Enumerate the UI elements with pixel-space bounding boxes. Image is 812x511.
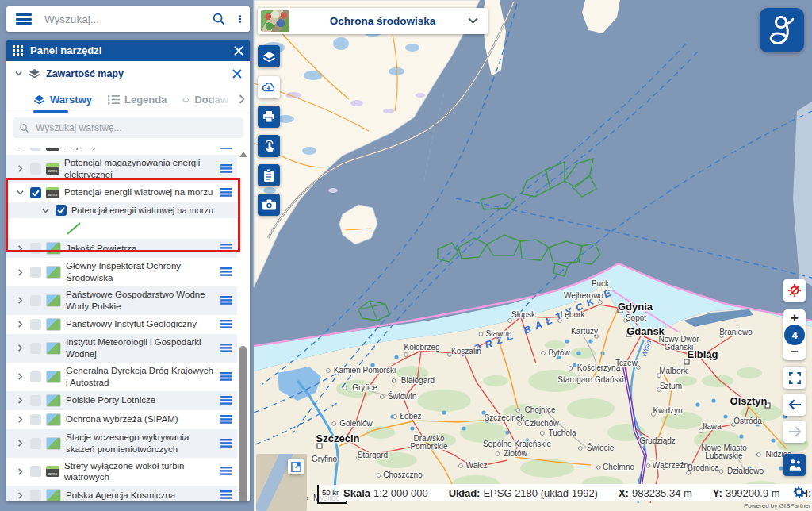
overview-map[interactable] <box>256 454 307 511</box>
city-label: Stargard <box>358 451 388 459</box>
tab-legenda[interactable]: Legenda <box>102 86 173 113</box>
chevron-down-icon[interactable] <box>40 207 51 214</box>
layer-row[interactable]: Państwowy Instytut Geologiczny <box>6 315 237 334</box>
layer-row[interactable]: Główny Inspektorat Ochrony Środowiska <box>6 258 237 286</box>
layer-checkbox[interactable] <box>30 243 41 254</box>
next-view-button[interactable] <box>783 421 806 443</box>
zoom-out-button[interactable]: − <box>783 344 806 360</box>
layer-row[interactable]: wms Strefy wyłączone wokół turbin wiatro… <box>6 458 237 486</box>
scrollbar-thumb[interactable] <box>239 346 247 501</box>
layer-search-input[interactable] <box>34 121 237 134</box>
drag-handle-icon[interactable] <box>220 436 234 451</box>
expand-overview-button[interactable] <box>288 459 304 474</box>
gispartner-link[interactable]: GISPartner <box>779 502 810 509</box>
layer-checkbox[interactable] <box>30 414 41 425</box>
drag-handle-icon[interactable] <box>220 488 234 501</box>
chevron-right-icon[interactable] <box>14 440 25 447</box>
drag-handle-icon[interactable] <box>220 394 234 408</box>
scroll-up-icon[interactable] <box>239 152 247 157</box>
drag-handle-icon[interactable] <box>220 341 234 355</box>
layer-checkbox[interactable] <box>30 343 41 354</box>
chevron-right-icon[interactable] <box>14 344 25 352</box>
drag-handle-icon[interactable] <box>220 370 234 384</box>
layer-row[interactable]: Instytut Meteorologii i Gospodarki Wodne… <box>6 334 237 363</box>
layer-checkbox[interactable] <box>30 267 41 278</box>
layer-row[interactable]: wms Potencjał magazynowania energii elek… <box>6 155 237 183</box>
layer-row[interactable]: Ochrona wybrzeża (SIPAM) <box>6 410 237 429</box>
layer-checkbox[interactable] <box>30 466 41 477</box>
settings-gear-icon[interactable] <box>792 485 806 501</box>
identify-button[interactable] <box>258 135 280 157</box>
screenshot-button[interactable] <box>258 194 280 216</box>
drag-handle-icon[interactable] <box>220 162 234 176</box>
layer-row[interactable]: Generalna Dyrekcja Dróg Krajowych i Auto… <box>6 363 237 391</box>
drag-handle-icon[interactable] <box>220 186 234 200</box>
drag-handle-icon[interactable] <box>220 265 234 279</box>
drag-handle-icon[interactable] <box>220 241 234 256</box>
layer-checkbox[interactable] <box>30 163 41 175</box>
layer-checkbox[interactable] <box>30 187 41 198</box>
city-label: Bytów <box>548 348 570 357</box>
menu-icon[interactable] <box>16 13 32 25</box>
layer-row[interactable]: Stacje wczesnego wykrywania skażeń promi… <box>6 429 237 458</box>
chevron-right-icon[interactable] <box>238 94 245 104</box>
tab-dodaw[interactable]: Dodaw <box>176 86 235 113</box>
street-view-button[interactable] <box>783 454 806 476</box>
layer-checkbox[interactable] <box>30 295 41 306</box>
layers-button[interactable] <box>258 45 280 67</box>
layer-row[interactable]: Polskie Porty Lotnicze <box>6 391 237 410</box>
panel-scrollbar[interactable] <box>238 149 248 500</box>
chevron-down-icon[interactable] <box>14 69 23 78</box>
chevron-down-icon[interactable] <box>14 189 25 196</box>
search-input[interactable] <box>43 13 207 26</box>
layer-checkbox[interactable] <box>30 371 41 382</box>
layer-row[interactable]: Polska Agencja Kosmiczna <box>6 486 237 501</box>
drag-handle-icon[interactable] <box>220 294 234 308</box>
chevron-down-icon[interactable] <box>468 17 478 25</box>
theme-selector[interactable]: Ochrona środowiska <box>258 8 488 34</box>
layer-checkbox[interactable] <box>30 148 41 151</box>
layer-checkbox[interactable] <box>30 395 41 406</box>
tab-warstwy[interactable]: Warstwy <box>27 86 98 113</box>
chevron-right-icon[interactable] <box>14 148 25 149</box>
layer-label: Ochrona wybrzeża (SIPAM) <box>66 413 215 425</box>
chevron-right-icon[interactable] <box>14 416 25 423</box>
chevron-right-icon[interactable] <box>14 297 25 304</box>
search-icon[interactable] <box>212 12 226 26</box>
drag-handle-icon[interactable] <box>220 413 234 427</box>
chevron-right-icon[interactable] <box>14 321 25 328</box>
full-extent-button[interactable] <box>783 367 806 389</box>
layer-checkbox[interactable] <box>30 319 41 330</box>
layer-row[interactable]: wms Potencjał energii wiatrowej na morzu <box>6 183 237 202</box>
chevron-right-icon[interactable] <box>14 245 25 252</box>
drag-handle-icon[interactable] <box>220 464 234 478</box>
layer-row[interactable]: Państwowe Gospodarstwo Wodne Wody Polski… <box>6 286 237 315</box>
layer-row[interactable]: Jakość Powietrza <box>6 239 237 258</box>
close-icon[interactable] <box>234 46 243 56</box>
previous-view-button[interactable] <box>783 394 806 416</box>
y-label: Y: <box>713 487 722 499</box>
print-button[interactable] <box>258 106 280 128</box>
close-section-icon[interactable] <box>232 69 242 79</box>
drag-handle-icon[interactable] <box>220 317 234 332</box>
chevron-right-icon[interactable] <box>14 269 25 276</box>
layer-checkbox[interactable] <box>56 205 67 216</box>
chevron-right-icon[interactable] <box>14 165 25 172</box>
geolocation-disabled-button[interactable] <box>783 279 806 302</box>
layer-checkbox[interactable] <box>30 490 41 501</box>
layer-legend-symbol-row[interactable] <box>6 218 237 239</box>
report-button[interactable] <box>258 164 280 186</box>
chevron-right-icon[interactable] <box>14 468 25 475</box>
chevron-right-icon[interactable] <box>14 397 25 404</box>
add-data-button[interactable] <box>258 76 280 98</box>
scroll-down-icon[interactable] <box>239 492 247 498</box>
zoom-in-button[interactable]: + <box>783 310 806 326</box>
layer-checkbox[interactable] <box>30 438 41 449</box>
drag-handle-icon[interactable] <box>220 148 234 152</box>
geoportal-logo[interactable] <box>760 8 804 52</box>
sublayer-row[interactable]: Potencjał energii wiatrowej na morzu <box>6 202 237 218</box>
layer-row[interactable]: wms cieplnej <box>6 148 237 155</box>
chevron-right-icon[interactable] <box>14 492 25 499</box>
kebab-menu-icon[interactable] <box>236 12 245 26</box>
chevron-right-icon[interactable] <box>14 373 25 380</box>
